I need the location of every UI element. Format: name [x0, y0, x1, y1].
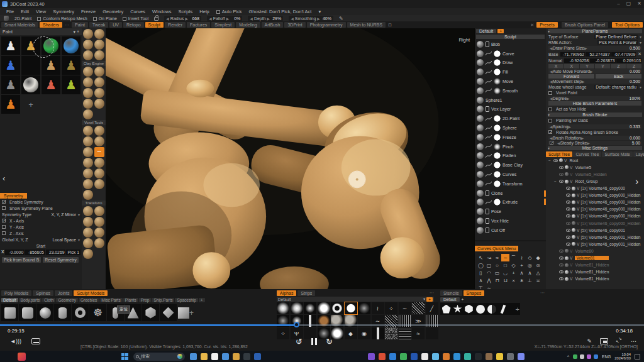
rewind-10-button[interactable]: ↺10 — [296, 337, 303, 346]
draw-plane-size-slider[interactable]: ◀Draw Plane Size▶0.500 — [548, 46, 641, 50]
shader-ball-icon[interactable] — [572, 194, 575, 197]
curve-tool-icon[interactable]: ◆ — [534, 254, 542, 261]
preset-item[interactable]: Freeze — [475, 133, 546, 142]
axis-button[interactable]: X — [564, 64, 579, 69]
taskbar-app-icon[interactable] — [421, 353, 428, 360]
taskbar-app-icon[interactable] — [411, 353, 418, 360]
curve-tool-icon[interactable]: ↖ — [477, 254, 485, 261]
curve-tool-icon[interactable]: ⊔ — [501, 277, 509, 284]
decrease-arrow-icon[interactable]: ◀ — [291, 16, 294, 21]
pip-icon[interactable] — [600, 338, 608, 344]
coord-z[interactable]: 23.0269 — [46, 250, 66, 255]
preset-item[interactable]: Fill — [475, 67, 546, 77]
taskbar-app-icon[interactable] — [201, 353, 208, 360]
base-x-value[interactable]: -71.790962 — [560, 52, 586, 57]
pause-button[interactable] — [311, 338, 317, 345]
tree-item[interactable]: − V Root — [546, 157, 644, 164]
right-panel-tab[interactable]: Presets — [536, 22, 558, 28]
alpha-thumbnail[interactable] — [372, 302, 384, 314]
visibility-eye-icon[interactable] — [559, 180, 564, 183]
brush-tool-icon[interactable] — [94, 147, 104, 157]
param-value[interactable]: 29% — [271, 16, 281, 21]
alpha-thumbnail[interactable] — [399, 327, 411, 339]
curve-tool-icon[interactable]: ⊙ — [534, 261, 542, 269]
brush-tool-icon[interactable] — [94, 29, 104, 39]
brush-tool-icon[interactable] — [94, 158, 104, 168]
symmetry-type-row[interactable]: Symmetry TypeX, Y, Z Mirror▾ — [0, 211, 82, 217]
curve-tool-icon[interactable]: ◡ — [501, 269, 509, 277]
room-tab[interactable]: Tweak — [89, 22, 108, 28]
pick-button[interactable]: Pick 1 — [66, 250, 80, 255]
language-indicator[interactable]: ENG — [602, 354, 611, 359]
models-tab[interactable]: Sculpt Models — [74, 290, 108, 296]
increase-arrow-icon[interactable]: ▶ — [185, 16, 188, 21]
act-as-vox-hide-checkbox[interactable]: Act as Vox Hide — [546, 106, 644, 112]
shader-thumbnail[interactable] — [21, 75, 40, 94]
brush-tool-icon[interactable] — [94, 136, 104, 146]
panel-splitter[interactable] — [544, 199, 546, 205]
menu-caret-icon[interactable]: ▾ — [318, 9, 321, 14]
auto-pick-toggle[interactable]: Auto Pick — [216, 9, 242, 14]
alpha-thumbnail[interactable] — [372, 327, 384, 339]
volume-icon[interactable]: ◄))) — [10, 338, 21, 344]
brush-rotation-slider[interactable]: ◀Brush Rotation▶0.000 — [548, 136, 641, 140]
volume-label[interactable]: Volume46_copy000_Hidden — [589, 200, 641, 204]
room-tab[interactable]: Mesh to NURBS — [347, 22, 386, 28]
room-tab[interactable]: Modeling — [236, 22, 260, 28]
preset-item[interactable]: 2D-Paint — [475, 114, 546, 123]
taskbar-app-icon[interactable] — [432, 353, 439, 360]
shader-ball-icon[interactable] — [565, 263, 569, 267]
toolbar-checkbox[interactable]: On Plane — [93, 16, 117, 21]
z-axis-checkbox[interactable]: Z - Axis — [0, 230, 82, 236]
shader-ball-icon[interactable] — [565, 270, 569, 274]
menu-item[interactable]: Windows — [152, 9, 171, 14]
increase-arrow-icon[interactable]: ▶ — [267, 16, 270, 21]
shader-ball-icon[interactable] — [565, 172, 569, 176]
right-panel-tab[interactable]: Brush Options Panel — [562, 22, 608, 28]
shape-thumbnail[interactable] — [452, 304, 463, 314]
left-panel-tab[interactable]: Smart Materials — [1, 22, 38, 28]
visibility-eye-icon[interactable] — [566, 207, 570, 211]
alpha-thumbnail[interactable] — [277, 327, 289, 339]
curve-tool-icon[interactable]: ⊥ — [526, 277, 534, 284]
chevron-down-icon[interactable]: ▾ — [423, 297, 425, 302]
models-category-tab[interactable]: Default — [1, 298, 18, 302]
preset-item[interactable]: Cut Off — [475, 226, 546, 235]
brush-tool-icon[interactable] — [83, 217, 93, 227]
brush-tool-icon[interactable] — [83, 190, 93, 200]
back-button[interactable]: Back — [596, 74, 641, 79]
brush-tool-icon[interactable] — [94, 238, 104, 248]
tree-tab[interactable]: Curves Tree — [573, 151, 601, 157]
brush-tool-icon[interactable] — [94, 67, 104, 77]
curve-tool-icon[interactable]: ∧ — [526, 269, 534, 277]
brush-tool-icon[interactable] — [94, 77, 104, 87]
param-value[interactable]: 0% — [230, 16, 240, 21]
volume-label[interactable]: Root_Group — [575, 179, 597, 184]
tree-item[interactable]: V Volume80 — [546, 248, 644, 255]
tree-item[interactable]: V [1x] Volume46_copy000_Hidden — [546, 199, 644, 206]
clear-base-icon[interactable]: ✕ — [638, 52, 641, 57]
models-category-tab[interactable]: Greebles — [79, 298, 99, 302]
models-tab[interactable]: Splines — [33, 290, 53, 296]
brush-tool-icon[interactable] — [94, 50, 104, 60]
right-panel-tab[interactable]: Tool Options — [612, 22, 643, 28]
add-shape-button[interactable]: + — [462, 297, 464, 302]
param-value[interactable]: 668 — [189, 16, 199, 21]
visibility-eye-icon[interactable] — [559, 173, 564, 176]
tray-icon[interactable] — [573, 354, 577, 359]
brush-tool-icon[interactable] — [83, 136, 93, 146]
taskbar-search[interactable]: 搜索 — [133, 353, 185, 361]
volume-label[interactable]: Root — [569, 158, 578, 163]
curve-tool-icon[interactable]: × — [509, 277, 518, 284]
visibility-eye-icon[interactable] — [559, 277, 564, 280]
room-tab[interactable]: Retopo — [123, 22, 144, 28]
mouse-wheel-row[interactable]: Mouse wheel usageDefault: change radiu▾ — [546, 84, 644, 90]
tree-item[interactable]: V Volume81_Hidden — [546, 275, 644, 282]
alpha-thumbnail[interactable] — [426, 302, 438, 314]
expander-icon[interactable]: − — [548, 158, 552, 163]
shape-thumbnail[interactable]: + — [509, 304, 519, 314]
shader-ball-icon[interactable] — [572, 207, 575, 211]
room-tab[interactable]: Sculpt — [145, 22, 164, 28]
left-panel-tab[interactable]: Shaders — [40, 22, 62, 28]
taskbar-app-icon[interactable] — [243, 353, 250, 360]
